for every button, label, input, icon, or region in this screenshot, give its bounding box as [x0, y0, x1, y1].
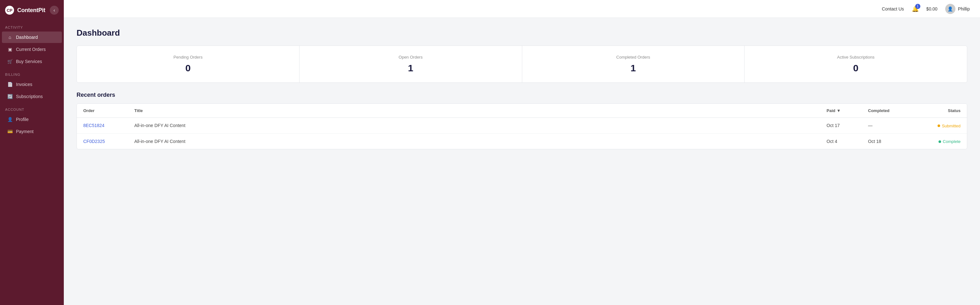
orders-table: Order Title Paid ▼ Completed Status 8EC5… — [76, 103, 967, 149]
bell-badge: 1 — [915, 4, 920, 9]
status-badge-complete: Complete — [939, 139, 961, 144]
contact-us-link[interactable]: Contact Us — [882, 6, 904, 11]
stats-card: Pending Orders 0 Open Orders 1 Completed… — [76, 46, 967, 83]
cart-icon: 🛒 — [7, 59, 13, 64]
invoice-icon: 📄 — [7, 82, 13, 87]
col-completed: Completed — [868, 108, 910, 113]
order-title-1: All-in-one DFY AI Content — [134, 123, 827, 128]
order-status-1: Submitted — [910, 123, 961, 128]
order-link-2[interactable]: CF0D2325 — [83, 139, 134, 144]
sort-icon: ▼ — [837, 108, 841, 113]
sidebar-item-profile[interactable]: 👤 Profile — [2, 114, 62, 125]
recent-orders-title: Recent orders — [76, 92, 967, 98]
col-status: Status — [910, 108, 961, 113]
home-icon: ⌂ — [7, 35, 13, 40]
sidebar-section-billing: Billing — [0, 68, 64, 78]
table-row: CF0D2325 All-in-one DFY AI Content Oct 4… — [77, 134, 967, 149]
order-link-1[interactable]: 8EC51824 — [83, 123, 134, 128]
table-row: 8EC51824 All-in-one DFY AI Content Oct 1… — [77, 118, 967, 134]
sidebar-section-activity: Activity — [0, 21, 64, 31]
order-paid-2: Oct 4 — [827, 139, 868, 144]
sidebar-section-account: Account — [0, 103, 64, 113]
account-balance: $0.00 — [926, 6, 937, 11]
stat-open-value: 1 — [306, 63, 515, 74]
sidebar: CP ContentPit ‹ Activity ⌂ Dashboard ▣ C… — [0, 0, 64, 305]
sidebar-logo-text: ContentPit — [17, 7, 45, 14]
stat-completed-label: Completed Orders — [528, 55, 738, 60]
stat-subscriptions-value: 0 — [751, 63, 961, 74]
stat-pending-label: Pending Orders — [83, 55, 293, 60]
header: Contact Us 🔔 1 $0.00 👤 Phillip — [64, 0, 980, 18]
status-dot — [937, 125, 940, 127]
subscriptions-icon: 🔄 — [7, 94, 13, 99]
col-title: Title — [134, 108, 827, 113]
page-title: Dashboard — [76, 28, 967, 38]
order-title-2: All-in-one DFY AI Content — [134, 139, 827, 144]
col-order: Order — [83, 108, 134, 113]
sidebar-logo: CP ContentPit ‹ — [0, 0, 64, 21]
stat-active-subscriptions: Active Subscriptions 0 — [745, 46, 967, 82]
stat-subscriptions-label: Active Subscriptions — [751, 55, 961, 60]
profile-icon: 👤 — [7, 117, 13, 122]
status-badge-submitted: Submitted — [937, 123, 961, 128]
monitor-icon: ▣ — [7, 47, 13, 52]
order-completed-1: — — [868, 123, 910, 128]
logo-icon: CP — [5, 6, 14, 15]
sidebar-item-payment[interactable]: 💳 Payment — [2, 126, 62, 137]
order-paid-1: Oct 17 — [827, 123, 868, 128]
username-label: Phillip — [958, 6, 970, 11]
sidebar-item-dashboard[interactable]: ⌂ Dashboard — [2, 32, 62, 43]
stat-completed-orders: Completed Orders 1 — [522, 46, 745, 82]
stat-open-label: Open Orders — [306, 55, 515, 60]
sidebar-item-subscriptions[interactable]: 🔄 Subscriptions — [2, 91, 62, 102]
order-completed-2: Oct 18 — [868, 139, 910, 144]
stat-completed-value: 1 — [528, 63, 738, 74]
status-dot — [939, 141, 941, 143]
order-status-2: Complete — [910, 139, 961, 144]
stat-pending-orders: Pending Orders 0 — [77, 46, 299, 82]
notifications-bell[interactable]: 🔔 1 — [912, 5, 919, 13]
sidebar-item-current-orders[interactable]: ▣ Current Orders — [2, 44, 62, 55]
payment-icon: 💳 — [7, 129, 13, 134]
stat-open-orders: Open Orders 1 — [299, 46, 522, 82]
sidebar-item-invoices[interactable]: 📄 Invoices — [2, 79, 62, 90]
main-content: Contact Us 🔔 1 $0.00 👤 Phillip Dashboard… — [64, 0, 980, 305]
table-header: Order Title Paid ▼ Completed Status — [77, 104, 967, 118]
col-paid[interactable]: Paid ▼ — [827, 108, 868, 113]
page-content: Dashboard Pending Orders 0 Open Orders 1… — [64, 18, 980, 160]
avatar: 👤 — [945, 4, 955, 14]
stat-pending-value: 0 — [83, 63, 293, 74]
user-menu[interactable]: 👤 Phillip — [945, 4, 970, 14]
sidebar-item-buy-services[interactable]: 🛒 Buy Services — [2, 56, 62, 67]
sidebar-back-button[interactable]: ‹ — [50, 6, 59, 15]
